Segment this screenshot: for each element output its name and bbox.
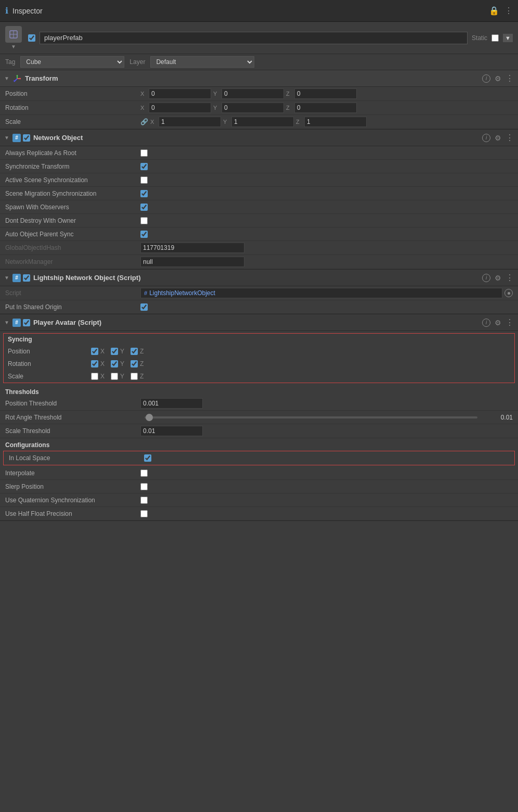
configurations-title: Configurations [0,438,518,450]
rot-angle-slider-track[interactable] [145,416,477,418]
transform-icon [12,74,22,83]
rot-angle-value: 0.01 [482,414,513,421]
interpolate-checkbox[interactable] [140,470,148,477]
rot-angle-slider-thumb[interactable] [146,414,153,421]
rotation-z-input[interactable] [294,103,357,113]
player-avatar-help-icon[interactable]: i [482,319,490,327]
rotation-y-input[interactable] [222,103,284,113]
layer-select[interactable]: Default [150,56,254,68]
lock-icon[interactable]: 🔒 [489,6,499,16]
global-id-input[interactable] [140,243,244,253]
static-checkbox[interactable] [491,34,499,42]
syncing-scale-y-checkbox[interactable] [111,373,118,380]
static-dropdown-btn[interactable]: ▼ [503,34,513,42]
syncing-scale-z-checkbox[interactable] [131,373,138,380]
script-target-icon[interactable] [504,289,513,297]
put-shared-row: Put In Shared Origin [0,300,518,314]
syncing-rot-y-checkbox[interactable] [111,360,118,367]
auto-object-checkbox[interactable] [140,231,148,238]
network-object-header[interactable]: ▼ # Network Object i ⚙ ⋮ [0,130,518,146]
script-hash-icon: # [144,290,147,296]
svg-line-5 [14,79,17,82]
syncing-pos-x-checkbox[interactable] [91,348,98,355]
transform-section-header[interactable]: ▼ Transform i ⚙ ⋮ [0,70,518,87]
position-z-input[interactable] [294,88,357,99]
use-quaternion-checkbox[interactable] [140,497,148,504]
scene-migration-checkbox[interactable] [140,190,148,197]
network-object-settings-icon[interactable]: ⚙ [495,134,501,142]
transform-settings-icon[interactable]: ⚙ [495,74,501,83]
network-manager-label: NetworkManager [5,258,140,265]
player-avatar-header-icons: i ⚙ ⋮ [482,318,514,327]
object-name-input[interactable] [40,32,468,44]
scale-y-input[interactable] [231,117,294,127]
network-manager-row: NetworkManager [0,255,518,269]
lightship-more-icon[interactable]: ⋮ [506,273,514,283]
spawn-observers-checkbox[interactable] [140,204,148,211]
rot-y-label: Y [213,105,219,111]
lightship-checkbox[interactable] [23,274,30,282]
layer-label: Layer [130,58,145,66]
network-object-title: Network Object [33,134,482,142]
rot-angle-label: Rot Angle Threshold [5,414,140,421]
lightship-help-icon[interactable]: i [482,274,490,282]
scale-row: Scale 🔗 X Y Z [0,115,518,129]
lightship-header[interactable]: ▼ # Lightship Network Object (Script) i … [0,270,518,286]
use-half-float-checkbox[interactable] [140,510,148,517]
syncing-pos-y-checkbox[interactable] [111,348,118,355]
position-xyz: X Y Z [140,88,513,99]
transform-arrow: ▼ [4,75,9,81]
scale-threshold-input[interactable] [140,426,203,436]
scale-x-input[interactable] [159,117,221,127]
syncing-position-label: Position [8,348,91,355]
syncing-pos-x: X [91,348,105,355]
network-object-help-icon[interactable]: i [482,134,490,142]
transform-help-icon[interactable]: i [482,74,490,83]
player-avatar-settings-icon[interactable]: ⚙ [495,319,501,327]
put-shared-checkbox[interactable] [140,303,148,311]
position-threshold-input[interactable] [140,398,203,409]
network-object-checkbox[interactable] [23,134,30,142]
player-avatar-checkbox[interactable] [23,319,30,326]
syncing-scale-x-checkbox[interactable] [91,373,98,380]
dont-destroy-checkbox[interactable] [140,217,148,224]
scale-threshold-row: Scale Threshold [0,424,518,438]
position-x-input[interactable] [149,88,211,99]
sync-transform-checkbox[interactable] [140,163,148,170]
lightship-settings-icon[interactable]: ⚙ [495,274,501,282]
player-avatar-more-icon[interactable]: ⋮ [506,318,514,327]
syncing-pos-y-label: Y [120,348,124,355]
always-replicate-checkbox[interactable] [140,149,148,157]
network-object-more-icon[interactable]: ⋮ [506,133,514,143]
tag-select[interactable]: Cube [20,56,124,68]
slerp-checkbox[interactable] [140,483,148,490]
local-space-checkbox[interactable] [144,454,151,462]
position-y-input[interactable] [222,88,284,99]
syncing-rot-x: X [91,360,105,367]
transform-more-icon[interactable]: ⋮ [506,73,514,83]
syncing-rot-x-checkbox[interactable] [91,360,98,367]
network-object-content: Always Replicate As Root Synchronize Tra… [0,146,518,270]
network-manager-input[interactable] [140,257,244,267]
scale-z-input[interactable] [304,117,367,127]
active-scene-checkbox[interactable] [140,176,148,184]
syncing-scale-z: Z [131,373,144,380]
static-label: Static [472,34,487,42]
object-active-checkbox[interactable] [28,34,35,42]
script-row: Script # LightshipNetworkObject [0,286,518,300]
auto-object-label: Auto Object Parent Sync [5,231,140,238]
rotation-x-input[interactable] [149,103,211,113]
player-avatar-content: Syncing Position X Y Z Rotation [0,333,518,521]
header-icons: 🔒 ⋮ [489,6,513,16]
script-value: LightshipNetworkObject [149,289,215,297]
lightship-content: Script # LightshipNetworkObject Put In S… [0,286,518,314]
network-object-arrow: ▼ [4,135,9,141]
syncing-scale-x: X [91,373,105,380]
dont-destroy-row: Dont Destroy With Owner [0,214,518,227]
more-options-icon[interactable]: ⋮ [504,6,513,16]
rot-angle-row: Rot Angle Threshold 0.01 [0,411,518,424]
syncing-rotation-label: Rotation [8,360,91,367]
syncing-pos-z-checkbox[interactable] [131,348,138,355]
syncing-rot-z-checkbox[interactable] [131,360,138,367]
player-avatar-header[interactable]: ▼ # Player Avatar (Script) i ⚙ ⋮ [0,314,518,331]
